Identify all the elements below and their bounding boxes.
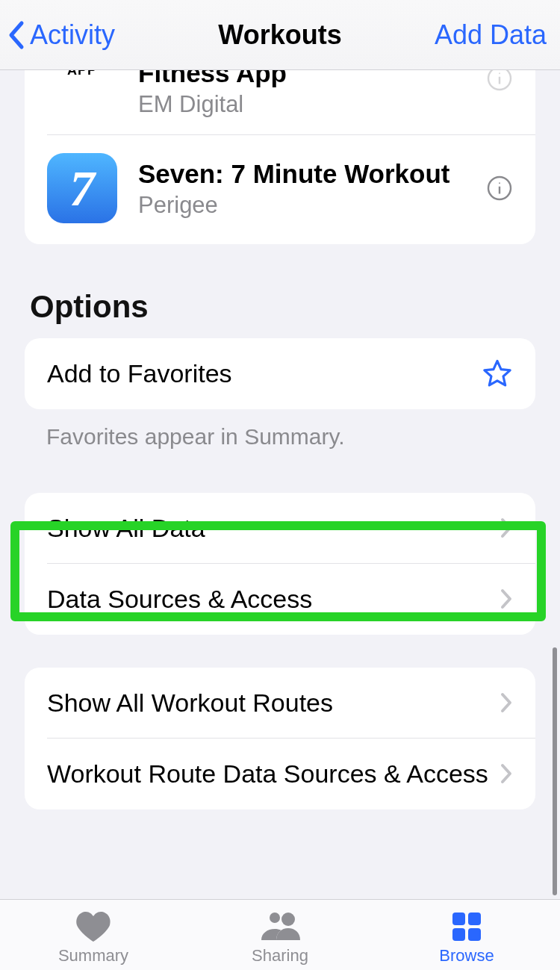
tab-summary[interactable]: Summary bbox=[0, 900, 187, 970]
app-text: Seven: 7 Minute Workout Perigee bbox=[138, 158, 486, 219]
heart-icon bbox=[75, 910, 112, 943]
svg-rect-11 bbox=[452, 928, 465, 941]
app-row-fitness[interactable]: APP Fitness App EM Digital bbox=[47, 70, 535, 134]
chevron-right-icon bbox=[500, 517, 513, 539]
star-icon bbox=[482, 358, 513, 389]
tab-browse[interactable]: Browse bbox=[373, 900, 560, 970]
data-sources-row[interactable]: Data Sources & Access bbox=[47, 563, 535, 635]
svg-point-7 bbox=[270, 913, 280, 923]
app-icon-fitness: APP bbox=[47, 70, 117, 93]
chevron-right-icon bbox=[500, 588, 513, 610]
app-subtitle: Perigee bbox=[138, 192, 486, 219]
info-icon[interactable] bbox=[486, 70, 513, 92]
svg-rect-9 bbox=[452, 913, 465, 925]
scroll-indicator[interactable] bbox=[553, 647, 557, 895]
nav-bar: Activity Workouts Add Data bbox=[0, 0, 560, 70]
show-all-data-label: Show All Data bbox=[47, 512, 500, 544]
add-to-favorites-row[interactable]: Add to Favorites bbox=[25, 338, 535, 409]
tab-sharing[interactable]: Sharing bbox=[187, 900, 373, 970]
show-all-routes-label: Show All Workout Routes bbox=[47, 687, 500, 719]
routes-card: Show All Workout Routes Workout Route Da… bbox=[25, 668, 535, 809]
app-icon-label: APP bbox=[67, 70, 97, 78]
app-subtitle: EM Digital bbox=[138, 91, 486, 118]
svg-point-8 bbox=[281, 913, 295, 926]
content-scroll[interactable]: APP Fitness App EM Digital 7 Seven: 7 Mi… bbox=[0, 70, 560, 809]
favorites-footnote: Favorites appear in Summary. bbox=[46, 424, 530, 450]
chevron-left-icon bbox=[7, 20, 25, 50]
back-button[interactable]: Activity bbox=[7, 19, 115, 51]
tab-label: Browse bbox=[439, 946, 494, 966]
app-title: Fitness App bbox=[138, 70, 486, 90]
route-sources-row[interactable]: Workout Route Data Sources & Access bbox=[47, 738, 535, 809]
tab-bar: Summary Sharing Browse bbox=[0, 899, 560, 970]
chevron-right-icon bbox=[500, 691, 513, 714]
back-label: Activity bbox=[30, 19, 115, 51]
app-row-seven[interactable]: 7 Seven: 7 Minute Workout Perigee bbox=[47, 134, 535, 244]
add-to-favorites-label: Add to Favorites bbox=[47, 358, 482, 390]
tab-label: Summary bbox=[58, 946, 128, 966]
svg-rect-10 bbox=[468, 913, 481, 925]
grid-icon bbox=[450, 910, 483, 943]
app-icon-label: 7 bbox=[69, 159, 95, 218]
svg-marker-6 bbox=[485, 361, 510, 386]
apps-card: APP Fitness App EM Digital 7 Seven: 7 Mi… bbox=[25, 70, 535, 244]
svg-rect-12 bbox=[468, 928, 481, 941]
data-card: Show All Data Data Sources & Access bbox=[25, 493, 535, 635]
tab-label: Sharing bbox=[252, 946, 308, 966]
svg-point-2 bbox=[499, 72, 500, 74]
data-sources-label: Data Sources & Access bbox=[47, 583, 500, 615]
app-text: Fitness App EM Digital bbox=[138, 73, 486, 118]
people-icon bbox=[257, 910, 303, 943]
app-icon-seven: 7 bbox=[47, 153, 117, 223]
add-data-button[interactable]: Add Data bbox=[435, 19, 547, 51]
show-all-data-row[interactable]: Show All Data bbox=[25, 493, 535, 564]
app-title: Seven: 7 Minute Workout bbox=[138, 158, 486, 190]
options-header: Options bbox=[30, 289, 530, 325]
info-icon[interactable] bbox=[486, 175, 513, 202]
route-sources-label: Workout Route Data Sources & Access bbox=[47, 758, 500, 790]
svg-point-5 bbox=[499, 182, 500, 184]
favorites-card: Add to Favorites bbox=[25, 338, 535, 409]
chevron-right-icon bbox=[500, 762, 513, 785]
show-all-routes-row[interactable]: Show All Workout Routes bbox=[25, 668, 535, 739]
